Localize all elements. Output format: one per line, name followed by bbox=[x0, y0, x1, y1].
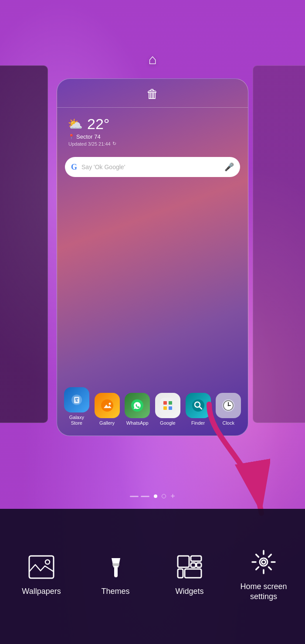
galaxy-store-label: GalaxyStore bbox=[69, 415, 84, 426]
add-page-icon[interactable]: + bbox=[170, 492, 175, 500]
clock-icon bbox=[216, 393, 241, 418]
galaxy-store-icon bbox=[64, 387, 89, 412]
wallpapers-icon bbox=[26, 552, 57, 582]
trash-icon: 🗑 bbox=[146, 87, 159, 101]
svg-rect-27 bbox=[191, 563, 196, 567]
settings-icon bbox=[248, 547, 279, 577]
temperature: 22° bbox=[87, 116, 109, 133]
app-item-gallery[interactable]: Gallery bbox=[92, 393, 122, 426]
svg-rect-26 bbox=[191, 556, 201, 561]
refresh-icon: ↻ bbox=[112, 141, 116, 147]
themes-button[interactable]: Themes bbox=[81, 552, 150, 596]
cloud-icon: ⛅ bbox=[68, 117, 83, 131]
app-item-finder[interactable]: Finder bbox=[183, 393, 214, 426]
svg-point-3 bbox=[108, 402, 111, 405]
svg-point-2 bbox=[101, 399, 113, 412]
mic-icon: 🎤 bbox=[224, 162, 234, 172]
svg-rect-29 bbox=[178, 569, 183, 578]
widgets-label: Widgets bbox=[175, 586, 203, 596]
svg-rect-8 bbox=[169, 401, 172, 405]
finder-label: Finder bbox=[191, 420, 205, 426]
svg-rect-24 bbox=[112, 563, 119, 566]
search-placeholder: Say 'Ok Google' bbox=[81, 164, 220, 170]
clock-label: Clock bbox=[222, 420, 234, 426]
search-bar[interactable]: G Say 'Ok Google' 🎤 bbox=[65, 157, 240, 177]
app-item-google[interactable]: Google bbox=[152, 393, 183, 426]
finder-icon bbox=[186, 393, 211, 418]
phone-card: 🗑 ⛅ 22° 📍 Sector 74 Updated 3/25 21:44 ↻… bbox=[57, 78, 248, 436]
home-screen-settings-button[interactable]: Home screensettings bbox=[229, 547, 298, 602]
google-label: Google bbox=[160, 420, 175, 426]
whatsapp-icon bbox=[125, 393, 150, 418]
svg-rect-9 bbox=[163, 406, 167, 410]
side-page-right bbox=[253, 65, 305, 423]
page-dot-outline bbox=[162, 494, 166, 498]
wallpapers-button[interactable]: Wallpapers bbox=[7, 552, 76, 596]
app-icons-row: GalaxyStore Gallery bbox=[57, 387, 248, 426]
svg-point-33 bbox=[262, 561, 265, 563]
themes-icon bbox=[100, 552, 131, 582]
side-page-left bbox=[0, 65, 48, 423]
gallery-label: Gallery bbox=[99, 420, 115, 426]
home-icon: ⌂ bbox=[148, 51, 156, 68]
widgets-button[interactable]: Widgets bbox=[155, 552, 224, 596]
svg-rect-5 bbox=[160, 398, 176, 413]
widgets-icon bbox=[174, 552, 205, 582]
svg-point-21 bbox=[45, 560, 50, 564]
gallery-icon bbox=[95, 393, 120, 418]
svg-point-11 bbox=[192, 399, 204, 412]
page-dot-active bbox=[154, 494, 157, 498]
update-text: Updated 3/25 21:44 bbox=[68, 141, 111, 147]
svg-rect-30 bbox=[185, 569, 201, 578]
svg-rect-28 bbox=[197, 563, 201, 567]
bottom-bar: Wallpapers Themes bbox=[0, 509, 305, 644]
page-indicators: + bbox=[0, 492, 305, 500]
svg-rect-7 bbox=[163, 401, 167, 405]
google-logo: G bbox=[71, 163, 77, 172]
svg-point-18 bbox=[228, 405, 229, 406]
home-screen-settings-label: Home screensettings bbox=[240, 582, 287, 602]
google-icon bbox=[155, 393, 180, 418]
app-item-whatsapp[interactable]: WhatsApp bbox=[122, 393, 152, 426]
weather-widget: ⛅ 22° 📍 Sector 74 Updated 3/25 21:44 ↻ bbox=[57, 108, 248, 153]
svg-rect-10 bbox=[169, 406, 172, 410]
location-pin-icon: 📍 bbox=[68, 134, 75, 140]
app-item-clock[interactable]: Clock bbox=[213, 393, 244, 426]
wallpapers-label: Wallpapers bbox=[22, 586, 61, 596]
themes-label: Themes bbox=[101, 586, 129, 596]
location-text: Sector 74 bbox=[76, 133, 101, 140]
svg-rect-25 bbox=[178, 556, 189, 567]
whatsapp-label: WhatsApp bbox=[126, 420, 149, 426]
app-item-galaxy-store[interactable]: GalaxyStore bbox=[61, 387, 92, 426]
trash-bar: 🗑 bbox=[57, 79, 248, 108]
